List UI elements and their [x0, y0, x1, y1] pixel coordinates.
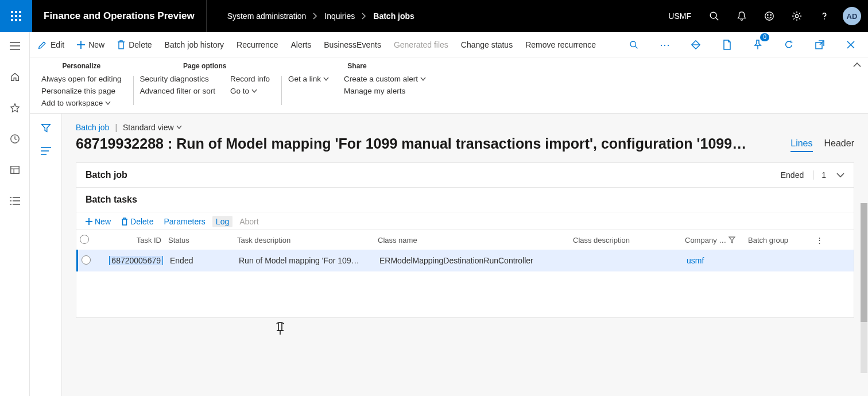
help-icon — [819, 11, 830, 21]
help-button[interactable] — [812, 0, 837, 32]
business-events-button[interactable]: BusinessEvents — [324, 40, 381, 49]
col-batch-group[interactable]: Batch group — [745, 236, 808, 244]
recent-button[interactable] — [3, 129, 26, 149]
generated-files-button: Generated files — [394, 40, 448, 49]
office-button[interactable] — [718, 36, 736, 54]
ribbon-group-title: Page options — [140, 60, 270, 75]
create-custom-alert[interactable]: Create a custom alert — [344, 75, 426, 83]
manage-my-alerts[interactable]: Manage my alerts — [344, 87, 426, 95]
svg-point-14 — [795, 14, 798, 17]
chevron-down-icon — [176, 125, 182, 130]
filter-icon — [41, 123, 51, 133]
personalize-this-page[interactable]: Personalize this page — [41, 87, 122, 95]
pin-icon — [753, 40, 762, 50]
table-row[interactable]: 68720005679 Ended Run of Model mapping '… — [76, 250, 854, 271]
scrollbar[interactable] — [861, 203, 867, 373]
edit-icon — [38, 40, 47, 49]
separator: | — [115, 123, 117, 132]
batch-job-status: Ended — [781, 170, 813, 180]
security-diagnostics[interactable]: Security diagnostics — [140, 75, 215, 83]
top-nav: Finance and Operations Preview System ad… — [0, 0, 868, 32]
tasks-delete-button[interactable]: Delete — [121, 217, 153, 226]
always-open-for-editing[interactable]: Always open for editing — [41, 75, 122, 83]
batch-tasks-toolbar: New Delete Parameters Log Abort — [76, 212, 854, 230]
settings-button[interactable] — [784, 0, 809, 32]
col-task-description[interactable]: Task description — [234, 236, 374, 244]
avatar[interactable]: AD — [843, 7, 861, 25]
feedback-button[interactable] — [757, 0, 782, 32]
search-button[interactable] — [702, 0, 727, 32]
topbar-right: USMF AD — [660, 0, 868, 32]
filter-pane-button[interactable] — [41, 123, 51, 133]
related-info-button[interactable] — [41, 147, 51, 155]
home-icon — [10, 72, 20, 82]
waffle-icon — [11, 11, 21, 21]
attachments-button[interactable] — [687, 36, 705, 54]
attachment-count-button[interactable]: 0 — [749, 36, 767, 54]
clock-icon — [10, 134, 20, 144]
tab-header[interactable]: Header — [824, 138, 854, 152]
cell-task-id[interactable]: 68720005679 — [103, 256, 166, 265]
svg-rect-5 — [19, 15, 21, 17]
filter-icon — [728, 236, 735, 243]
breadcrumb-item[interactable]: Inquiries — [324, 11, 355, 21]
batch-job-panel: Batch job Ended 1 — [76, 162, 854, 188]
tasks-new-button[interactable]: New — [86, 217, 111, 226]
nav-menu-button[interactable] — [3, 36, 26, 56]
grid-options-button[interactable]: ⋮ — [808, 236, 831, 244]
left-rail — [0, 32, 30, 396]
svg-point-11 — [765, 12, 773, 20]
refresh-button[interactable] — [780, 36, 798, 54]
company-code[interactable]: USMF — [660, 11, 699, 21]
svg-rect-2 — [19, 11, 21, 13]
batch-job-history-button[interactable]: Batch job history — [165, 40, 224, 49]
tasks-log-button[interactable]: Log — [212, 216, 232, 227]
breadcrumb-item[interactable]: Batch jobs — [373, 11, 414, 21]
app-launcher[interactable] — [0, 0, 32, 32]
go-to[interactable]: Go to — [230, 87, 270, 95]
col-status[interactable]: Status — [165, 236, 234, 244]
new-button[interactable]: New — [77, 40, 104, 49]
tasks-parameters-button[interactable]: Parameters — [164, 217, 205, 226]
chevron-up-icon — [853, 62, 861, 68]
batch-job-link[interactable]: Batch job — [76, 123, 109, 132]
document-icon — [722, 40, 731, 50]
close-icon — [847, 41, 855, 49]
favorites-button[interactable] — [3, 98, 26, 118]
svg-line-10 — [716, 18, 719, 21]
find-button[interactable] — [625, 36, 643, 54]
breadcrumb-item[interactable]: System administration — [227, 11, 307, 21]
expand-batch-job-button[interactable] — [836, 172, 844, 178]
workspaces-button[interactable] — [3, 160, 26, 180]
trash-icon — [117, 40, 125, 49]
change-status-button[interactable]: Change status — [461, 40, 513, 49]
edit-button[interactable]: Edit — [38, 40, 64, 49]
recurrence-button[interactable]: Recurrence — [237, 40, 278, 49]
select-all[interactable] — [76, 235, 102, 246]
get-a-link[interactable]: Get a link — [288, 75, 329, 83]
remove-recurrence-button[interactable]: Remove recurrence — [525, 40, 596, 49]
search-icon — [629, 40, 638, 49]
add-to-workspace[interactable]: Add to workspace — [41, 99, 122, 107]
collapse-ribbon-button[interactable] — [853, 62, 861, 68]
tab-lines[interactable]: Lines — [790, 138, 812, 152]
home-button[interactable] — [3, 67, 26, 87]
view-selector[interactable]: Standard view — [123, 123, 182, 132]
popout-button[interactable] — [811, 36, 829, 54]
record-info[interactable]: Record info — [230, 75, 270, 83]
col-task-id[interactable]: Task ID — [102, 236, 165, 244]
col-company[interactable]: Company … — [681, 236, 745, 244]
notifications-button[interactable] — [729, 0, 754, 32]
chevron-down-icon — [420, 77, 426, 81]
more-actions-button[interactable]: ⋯ — [656, 36, 674, 54]
close-button[interactable] — [842, 36, 860, 54]
col-class-description[interactable]: Class description — [569, 236, 681, 244]
col-class-name[interactable]: Class name — [374, 236, 569, 244]
alerts-button[interactable]: Alerts — [290, 40, 311, 49]
search-icon — [709, 11, 719, 21]
modules-button[interactable] — [3, 191, 26, 211]
row-select[interactable] — [78, 255, 103, 266]
advanced-filter-or-sort[interactable]: Advanced filter or sort — [140, 87, 215, 95]
delete-button[interactable]: Delete — [117, 40, 152, 49]
cell-company[interactable]: usmf — [683, 256, 746, 265]
